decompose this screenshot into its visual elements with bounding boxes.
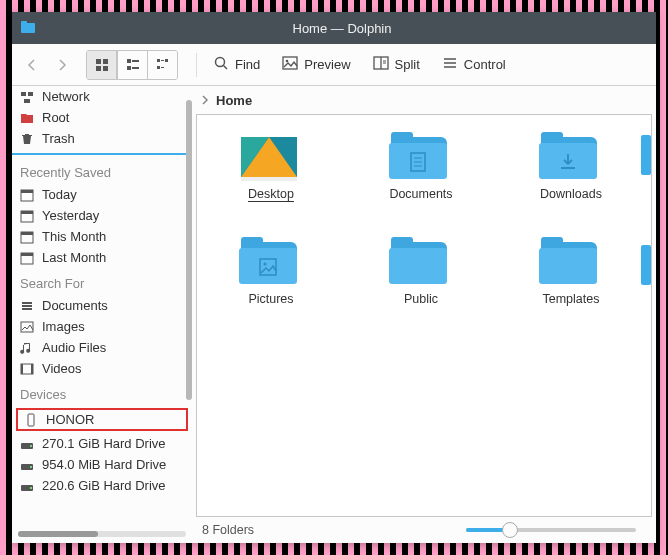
status-bar: 8 Folders: [192, 517, 656, 543]
svg-rect-2: [96, 59, 101, 64]
toolbar: Find Preview Split Control: [12, 44, 656, 86]
device-honor[interactable]: HONOR: [16, 408, 188, 431]
calendar-icon: [20, 188, 34, 202]
find-button[interactable]: Find: [203, 50, 270, 80]
dolphin-window: Home — Dolphin Find Preview Split Contro…: [12, 12, 656, 543]
place-network[interactable]: Network: [12, 86, 192, 107]
compact-view-button[interactable]: [117, 51, 147, 79]
device-drive-1[interactable]: 270.1 GiB Hard Drive: [12, 433, 192, 454]
item-label: Public: [404, 292, 438, 306]
drive-icon: [20, 437, 34, 451]
folder-icon: [20, 111, 34, 125]
recent-yesterday[interactable]: Yesterday: [12, 205, 192, 226]
content-scrollbar[interactable]: [641, 115, 651, 516]
svg-rect-37: [22, 302, 32, 304]
search-images[interactable]: Images: [12, 316, 192, 337]
folder-item[interactable]: Public: [375, 238, 467, 306]
svg-point-46: [30, 445, 32, 447]
svg-rect-36: [21, 253, 33, 256]
device-drive-2[interactable]: 954.0 MiB Hard Drive: [12, 454, 192, 475]
item-label: Templates: [543, 292, 600, 306]
folder-item[interactable]: Templates: [525, 238, 617, 306]
item-label: Downloads: [540, 187, 602, 201]
image-icon: [282, 55, 298, 74]
svg-rect-5: [103, 66, 108, 71]
back-button[interactable]: [18, 51, 46, 79]
control-label: Control: [464, 57, 506, 72]
svg-rect-12: [165, 59, 168, 62]
breadcrumb[interactable]: Home: [192, 86, 656, 114]
hamburger-icon: [442, 55, 458, 74]
svg-line-16: [224, 66, 228, 70]
search-audio[interactable]: Audio Files: [12, 337, 192, 358]
recent-this-month[interactable]: This Month: [12, 226, 192, 247]
trash-icon: [20, 132, 34, 146]
search-videos[interactable]: Videos: [12, 358, 192, 379]
search-documents[interactable]: Documents: [12, 295, 192, 316]
svg-rect-11: [161, 60, 164, 61]
recent-today[interactable]: Today: [12, 184, 192, 205]
status-count: 8 Folders: [202, 523, 254, 537]
svg-rect-52: [241, 177, 297, 181]
place-label: Root: [42, 110, 69, 125]
svg-rect-38: [22, 305, 32, 307]
place-label: Trash: [42, 131, 75, 146]
svg-rect-7: [132, 60, 139, 62]
zoom-slider[interactable]: [466, 528, 636, 532]
network-icon: [20, 90, 34, 104]
window-title: Home — Dolphin: [36, 21, 648, 36]
folder-item[interactable]: Downloads: [525, 133, 617, 202]
control-button[interactable]: Control: [432, 50, 516, 80]
svg-rect-34: [21, 232, 33, 235]
folder-item[interactable]: Documents: [375, 133, 467, 202]
svg-rect-6: [127, 59, 131, 63]
search-header: Search For: [12, 268, 192, 295]
place-root[interactable]: Root: [12, 107, 192, 128]
svg-rect-44: [28, 414, 34, 426]
svg-rect-39: [22, 308, 32, 310]
main-view: Home DesktopDocumentsDownloadsPicturesPu…: [192, 86, 656, 543]
devices-header: Devices: [12, 379, 192, 406]
icon-view-button[interactable]: [87, 51, 117, 79]
svg-point-58: [264, 263, 267, 266]
details-view-button[interactable]: [147, 51, 177, 79]
separator: [196, 53, 197, 77]
preview-button[interactable]: Preview: [272, 50, 360, 80]
device-drive-3[interactable]: 220.6 GiB Hard Drive: [12, 475, 192, 496]
calendar-icon: [20, 251, 34, 265]
drive-icon: [20, 479, 34, 493]
audio-icon: [20, 341, 34, 355]
svg-rect-42: [21, 364, 23, 374]
item-label: Desktop: [248, 187, 294, 202]
svg-rect-9: [132, 67, 139, 69]
image-icon: [20, 320, 34, 334]
item-label: Documents: [389, 187, 452, 201]
file-view[interactable]: DesktopDocumentsDownloadsPicturesPublicT…: [196, 114, 652, 517]
recent-last-month[interactable]: Last Month: [12, 247, 192, 268]
item-label: Pictures: [248, 292, 293, 306]
svg-point-15: [216, 58, 225, 67]
places-panel: Network Root Trash Recently Saved Today …: [12, 86, 192, 543]
breadcrumb-current[interactable]: Home: [216, 93, 252, 108]
svg-rect-14: [161, 67, 164, 68]
search-icon: [213, 55, 229, 74]
phone-icon: [24, 413, 38, 427]
place-trash[interactable]: Trash: [12, 128, 192, 149]
svg-rect-4: [96, 66, 101, 71]
forward-button[interactable]: [48, 51, 76, 79]
svg-rect-28: [24, 99, 30, 103]
svg-rect-27: [28, 92, 33, 96]
svg-rect-32: [21, 211, 33, 214]
calendar-icon: [20, 230, 34, 244]
svg-rect-26: [21, 92, 26, 96]
sidebar-h-scrollbar[interactable]: [18, 531, 186, 537]
svg-point-48: [30, 466, 32, 468]
preview-label: Preview: [304, 57, 350, 72]
folder-item[interactable]: Pictures: [225, 238, 317, 306]
svg-point-50: [30, 487, 32, 489]
svg-point-18: [286, 60, 289, 63]
titlebar[interactable]: Home — Dolphin: [12, 12, 656, 44]
svg-rect-1: [21, 21, 27, 24]
folder-item[interactable]: Desktop: [225, 133, 317, 202]
split-button[interactable]: Split: [363, 50, 430, 80]
